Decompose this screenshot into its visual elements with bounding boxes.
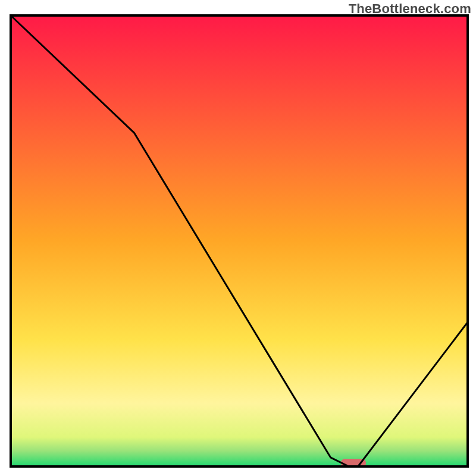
chart-background	[11, 15, 468, 466]
watermark-text: TheBottleneck.com	[349, 1, 471, 17]
chart-container: TheBottleneck.com	[0, 0, 476, 476]
bottleneck-chart	[0, 0, 476, 476]
